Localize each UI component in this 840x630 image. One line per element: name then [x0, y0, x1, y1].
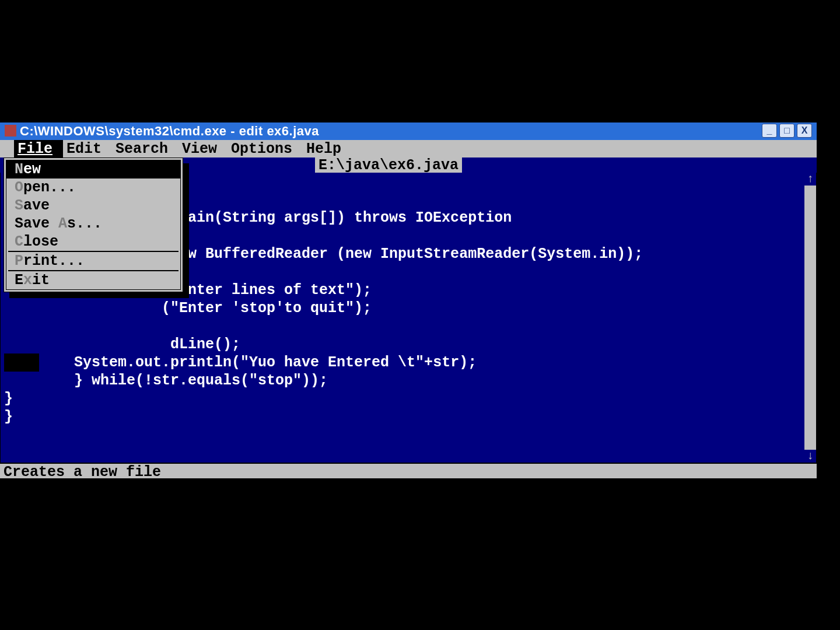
menu-file[interactable]: File [14, 140, 63, 158]
code-line: } [4, 408, 13, 425]
code-line: } while(!str.equals("stop")); [4, 372, 328, 389]
menu-search[interactable]: Search [112, 140, 178, 158]
code-line: System.out.println("Yuo have Entered \t"… [39, 354, 477, 371]
close-button[interactable]: X [797, 124, 812, 138]
window-title: C:\WINDOWS\system32\cmd.exe - edit ex6.j… [20, 124, 762, 139]
menu-item-exit[interactable]: Exit [6, 271, 180, 289]
window-controls: _ □ X [762, 124, 812, 138]
titlebar[interactable]: C:\WINDOWS\system32\cmd.exe - edit ex6.j… [0, 123, 817, 140]
menubar: File Edit Search View Options Help [0, 140, 817, 158]
minimize-button[interactable]: _ [762, 124, 777, 138]
code-line: dLine(); [4, 336, 240, 353]
cursor [4, 354, 39, 372]
scroll-down-icon[interactable]: ↓ [804, 450, 816, 463]
maximize-button[interactable]: □ [779, 124, 794, 138]
menu-options[interactable]: Options [228, 140, 303, 158]
menu-edit[interactable]: Edit [63, 140, 112, 158]
menu-item-print[interactable]: Print... [6, 252, 180, 270]
menu-item-open[interactable]: Open... [6, 178, 180, 197]
file-menu-dropdown: New Open... Save Save As... Close Print.… [4, 158, 183, 292]
code-line: } [4, 390, 13, 407]
vertical-scrollbar[interactable]: ↑ ↓ [804, 173, 816, 463]
app-icon [5, 125, 16, 136]
menu-item-save[interactable]: Save [6, 197, 180, 215]
scroll-up-icon[interactable]: ↑ [804, 173, 816, 186]
menu-item-new[interactable]: New [6, 160, 180, 178]
menu-item-close[interactable]: Close [6, 233, 180, 251]
file-path: E:\java\ex6.java [315, 157, 462, 174]
menu-item-save-as[interactable]: Save As... [6, 215, 180, 233]
editor-window: C:\WINDOWS\system32\cmd.exe - edit ex6.j… [0, 123, 817, 481]
menu-help[interactable]: Help [303, 140, 352, 158]
code-line: ("Enter 'stop'to quit"); [4, 300, 372, 317]
menu-view[interactable]: View [178, 140, 228, 158]
